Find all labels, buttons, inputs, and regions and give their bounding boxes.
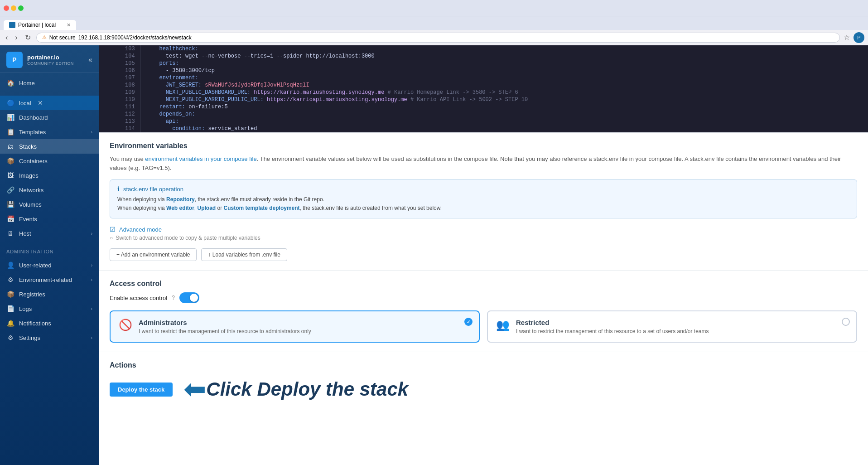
line-content-112: depends_on:	[141, 111, 868, 118]
events-icon: 📅	[6, 215, 14, 223]
load-variables-btn[interactable]: ↑ Load variables from .env file	[201, 248, 287, 261]
browser-bar	[0, 0, 868, 16]
sidebar-volumes-label: Volumes	[19, 201, 42, 208]
line-num-109: 109	[99, 89, 141, 96]
sidebar-environment-related-label: Environment-related	[19, 276, 72, 283]
user-related-icon: 👤	[6, 262, 14, 269]
sidebar-item-logs[interactable]: 📄 Logs ›	[0, 301, 99, 316]
sidebar-item-networks[interactable]: 🔗 Networks	[0, 183, 99, 197]
restricted-card-title: Restricted	[516, 319, 709, 326]
logo-edition: COMMUNITY EDITION	[27, 61, 74, 66]
back-btn[interactable]: ‹	[4, 33, 10, 43]
deploy-stack-btn[interactable]: Deploy the stack	[110, 383, 173, 397]
sidebar-item-images[interactable]: 🖼 Images	[0, 168, 99, 183]
main-content: 103 healthcheck: 104 test: wget --no-ver…	[99, 45, 868, 465]
info-box-title: stack.env file operation	[123, 186, 183, 193]
sidebar-item-notifications[interactable]: 🔔 Notifications	[0, 316, 99, 330]
sidebar-item-dashboard[interactable]: 📊 Dashboard	[0, 110, 99, 125]
click-annotation: ⬅ Click Deploy the stack	[183, 376, 408, 403]
reload-btn[interactable]: ↻	[23, 32, 33, 43]
compose-code-block: 103 healthcheck: 104 test: wget --no-ver…	[99, 45, 868, 133]
sidebar-settings-label: Settings	[19, 334, 40, 341]
not-secure-label: Not secure	[49, 34, 76, 41]
admin-section-label: Administration	[0, 245, 99, 258]
sidebar-containers-label: Containers	[19, 158, 48, 165]
access-help-icon[interactable]: ?	[172, 295, 175, 301]
address-input[interactable]: ⚠ Not secure 192.168.1.18:9000/#/2/docke…	[36, 33, 840, 43]
info-box-body: When deploying via Repository, the stack…	[117, 195, 849, 213]
code-line-107: 107 environment:	[99, 74, 868, 82]
maximize-window-btn[interactable]	[18, 5, 24, 11]
sidebar-item-environment-related[interactable]: ⚙ Environment-related ›	[0, 272, 99, 287]
sidebar-item-host[interactable]: 🖥 Host ›	[0, 226, 99, 241]
line-content-106: - 3580:3000/tcp	[141, 67, 868, 74]
app-container: P portainer.io COMMUNITY EDITION « 🏠 Hom…	[0, 45, 868, 465]
sidebar-item-templates[interactable]: 📋 Templates ›	[0, 125, 99, 139]
code-line-103: 103 healthcheck:	[99, 45, 868, 53]
info-line2-bold1: Web editor	[166, 205, 194, 211]
line-num-105: 105	[99, 60, 141, 67]
lock-icon: ⚠	[42, 34, 47, 40]
sidebar-item-volumes[interactable]: 💾 Volumes	[0, 197, 99, 212]
administrators-card[interactable]: 🚫 Administrators I want to restrict the …	[110, 310, 480, 343]
containers-icon: 📦	[6, 157, 14, 165]
profile-avatar[interactable]: P	[854, 32, 864, 43]
window-controls[interactable]	[4, 5, 24, 11]
sidebar-local-label: local	[19, 100, 31, 107]
sidebar-events-label: Events	[19, 216, 37, 223]
sidebar-item-stacks[interactable]: 🗂 Stacks	[0, 139, 99, 154]
logs-icon: 📄	[6, 305, 14, 312]
sidebar: P portainer.io COMMUNITY EDITION « 🏠 Hom…	[0, 45, 99, 465]
info-line2-bold2: Upload	[198, 205, 216, 211]
access-control-title: Access control	[110, 280, 857, 288]
sidebar-host-label: Host	[19, 230, 31, 237]
code-lines: 103 healthcheck: 104 test: wget --no-ver…	[99, 45, 868, 132]
code-line-108: 108 JWT_SECRET: sRWaHUfJsdJydoRDfqIJovHl…	[99, 82, 868, 89]
code-line-110: 110 NEXT_PUBLIC_KARRIO_PUBLIC_URL: https…	[99, 96, 868, 103]
deploy-row: Deploy the stack ⬅ Click Deploy the stac…	[110, 376, 857, 403]
browser-tab[interactable]: Portainer | local ✕	[4, 20, 76, 30]
sidebar-admin-section: Administration 👤 User-related › ⚙ Enviro…	[0, 243, 99, 347]
admin-card-desc: I want to restrict the management of thi…	[139, 328, 311, 334]
line-content-108: JWT_SECRET: sRWaHUfJsdJydoRDfqIJovHlPsqH…	[141, 82, 868, 89]
info-line2-mid: ,	[194, 205, 198, 211]
minimize-window-btn[interactable]	[11, 5, 16, 11]
actions-title: Actions	[110, 361, 857, 369]
env-desc-prefix: You may use	[110, 155, 145, 162]
tab-close-btn[interactable]: ✕	[67, 22, 71, 28]
restricted-card[interactable]: 👥 Restricted I want to restrict the mana…	[487, 310, 857, 343]
sidebar-item-containers[interactable]: 📦 Containers	[0, 154, 99, 168]
left-arrow-icon: ⬅	[183, 376, 206, 403]
sidebar-item-events[interactable]: 📅 Events	[0, 212, 99, 226]
administrators-radio[interactable]	[464, 318, 473, 326]
sidebar-item-user-related[interactable]: 👤 User-related ›	[0, 258, 99, 272]
line-content-110: NEXT_PUBLIC_KARRIO_PUBLIC_URL: https://k…	[141, 96, 868, 103]
add-env-variable-btn[interactable]: + Add an environment variable	[110, 248, 197, 261]
settings-icon: ⚙	[6, 334, 14, 341]
sidebar-home-label: Home	[19, 80, 35, 87]
close-window-btn[interactable]	[4, 5, 9, 11]
address-bar: ‹ › ↻ ⚠ Not secure 192.168.1.18:9000/#/2…	[0, 30, 868, 45]
sidebar-images-label: Images	[19, 172, 39, 179]
env-vars-link[interactable]: environment variables in your compose fi…	[145, 155, 256, 162]
restricted-radio[interactable]	[842, 318, 850, 326]
advanced-mode-toggle[interactable]: ☑ Advanced mode	[110, 226, 857, 233]
sidebar-item-registries[interactable]: 📦 Registries	[0, 287, 99, 301]
portainer-logo-icon: P	[6, 52, 23, 68]
sidebar-collapse-btn[interactable]: «	[88, 56, 92, 64]
sidebar-home-section: 🏠 Home	[0, 73, 99, 93]
sidebar-item-settings[interactable]: ⚙ Settings ›	[0, 330, 99, 345]
sidebar-item-home[interactable]: 🏠 Home	[0, 76, 99, 90]
info-line2-suffix: , the stack.env file is auto created fro…	[300, 205, 442, 211]
tab-bar: Portainer | local ✕	[0, 16, 868, 30]
sidebar-item-local[interactable]: 🔵 local ✕	[0, 96, 99, 110]
registries-icon: 📦	[6, 291, 14, 298]
env-vars-desc: You may use environment variables in you…	[110, 155, 857, 172]
bookmark-btn[interactable]: ☆	[844, 33, 850, 42]
forward-btn[interactable]: ›	[13, 33, 19, 43]
access-control-toggle[interactable]	[179, 292, 199, 303]
code-line-113: 113 api:	[99, 118, 868, 125]
line-content-113: api:	[141, 118, 868, 125]
restricted-card-desc: I want to restrict the management of thi…	[516, 328, 709, 334]
env-close-btn[interactable]: ✕	[38, 99, 43, 107]
